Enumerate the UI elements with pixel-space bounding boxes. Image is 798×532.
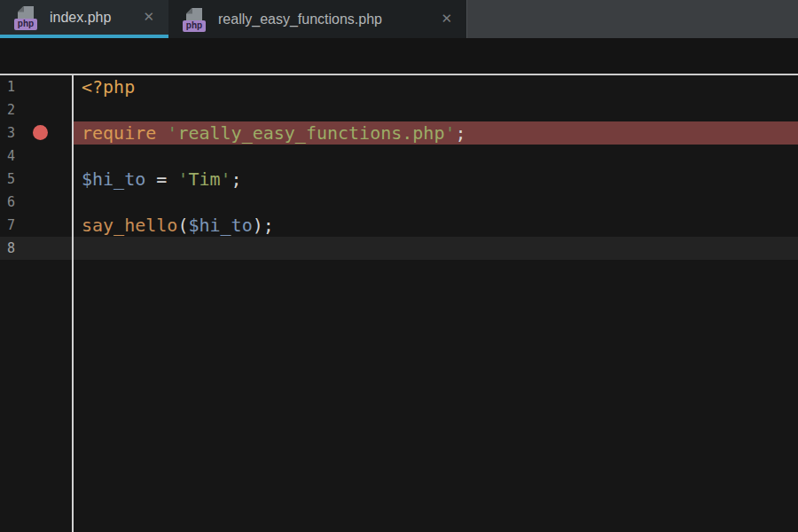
code-token: <?php [82, 76, 135, 98]
breakpoint-icon[interactable] [33, 125, 48, 140]
gutter-cell[interactable]: 8 [0, 237, 74, 260]
gutter-cell[interactable]: 2 [0, 98, 74, 121]
line-number: 6 [7, 194, 15, 210]
tab-label: really_easy_functions.php [218, 12, 382, 27]
code-token: require [82, 122, 156, 144]
editor-top-spacer [0, 38, 798, 75]
ide-window: php index.php ✕ php really_easy_function… [0, 0, 798, 532]
editor-row: 6 [0, 191, 798, 214]
code-token: ; [455, 122, 466, 144]
code-token: ( [177, 215, 188, 236]
tab-really-easy-functions-php[interactable]: php really_easy_functions.php ✕ [168, 0, 467, 38]
editor-tab-bar: php index.php ✕ php really_easy_function… [0, 0, 798, 38]
code-token: ' [167, 122, 177, 144]
php-badge: php [183, 20, 206, 32]
code-token: ) [253, 215, 263, 236]
line-number: 4 [7, 148, 15, 164]
code-line-text[interactable]: $hi_to = 'Tim'; [74, 168, 798, 191]
editor-row: 4 [0, 145, 798, 168]
line-number: 5 [7, 171, 15, 187]
code-line-text[interactable]: say_hello($hi_to); [74, 214, 798, 237]
gutter-cell[interactable]: 7 [0, 214, 74, 237]
code-line-text[interactable]: <?php [74, 75, 798, 98]
code-token: Tim [188, 168, 220, 190]
editor-rows: 1<?php23require 'really_easy_functions.p… [0, 75, 798, 260]
code-token [145, 168, 156, 190]
code-line-text[interactable] [74, 98, 798, 121]
gutter-cell[interactable]: 1 [0, 75, 74, 98]
gutter-cell[interactable]: 3 [0, 121, 74, 145]
file-fold-corner [186, 8, 192, 14]
code-token [156, 122, 167, 144]
php-file-icon: php [183, 7, 206, 32]
line-number: 3 [7, 125, 15, 141]
line-number: 7 [7, 217, 15, 233]
tab-index-php[interactable]: php index.php ✕ [0, 0, 168, 38]
gutter-cell[interactable]: 6 [0, 191, 74, 214]
code-token: ' [177, 168, 188, 190]
editor-filler [0, 260, 798, 532]
code-token: ' [444, 122, 455, 144]
file-page-shape [186, 8, 202, 21]
code-line-text[interactable] [74, 191, 798, 214]
tab-bar-empty-space [467, 0, 798, 38]
editor-row: 2 [0, 98, 798, 121]
code-line-text[interactable]: require 'really_easy_functions.php'; [74, 121, 798, 145]
close-icon[interactable]: ✕ [143, 11, 154, 24]
code-token: say_hello [82, 215, 177, 236]
code-token [167, 168, 177, 190]
gutter-cell[interactable]: 4 [0, 145, 74, 168]
editor-row: 5$hi_to = 'Tim'; [0, 168, 798, 191]
gutter-cell [0, 260, 74, 532]
line-number: 8 [7, 240, 15, 256]
code-token: $hi_to [82, 168, 145, 190]
editor-row: 7say_hello($hi_to); [0, 214, 798, 237]
code-line-text[interactable] [74, 145, 798, 168]
close-icon[interactable]: ✕ [441, 12, 452, 26]
code-token: ; [231, 168, 242, 190]
code-token: really_easy_functions.php [177, 122, 444, 144]
tab-label: index.php [50, 10, 111, 26]
file-page-shape [18, 6, 34, 20]
code-token: = [156, 168, 167, 190]
file-fold-corner [18, 6, 24, 12]
php-file-icon: php [14, 5, 37, 30]
line-number: 2 [7, 102, 15, 118]
code-editor: 1<?php23require 'really_easy_functions.p… [0, 75, 798, 532]
code-empty-area[interactable] [74, 260, 798, 532]
code-token: $hi_to [188, 215, 252, 236]
code-line-text[interactable] [74, 237, 798, 260]
code-token: ; [263, 215, 274, 236]
editor-row: 1<?php [0, 75, 798, 98]
code-token: ' [221, 168, 231, 190]
editor-row: 3require 'really_easy_functions.php'; [0, 121, 798, 145]
editor-row: 8 [0, 237, 798, 260]
php-badge: php [14, 19, 37, 30]
line-number: 1 [7, 79, 15, 95]
gutter-cell[interactable]: 5 [0, 168, 74, 191]
